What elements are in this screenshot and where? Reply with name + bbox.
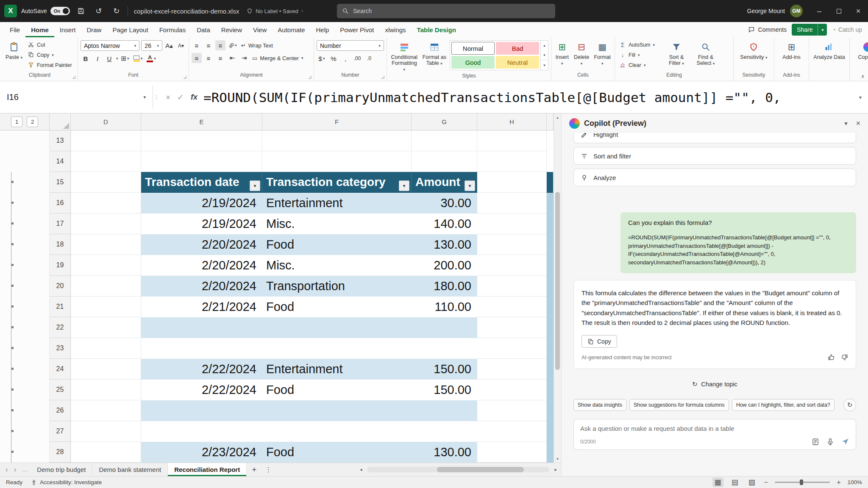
cell[interactable] <box>477 276 547 297</box>
font-size-combo[interactable]: 26▾ <box>141 40 162 51</box>
scroll-up-icon[interactable]: ▴ <box>554 115 561 119</box>
ribbon-tab-file[interactable]: File <box>4 22 25 37</box>
cell[interactable] <box>71 214 141 234</box>
cell[interactable] <box>71 317 141 338</box>
cell[interactable] <box>547 214 554 234</box>
cell[interactable] <box>71 421 141 442</box>
row-header[interactable]: 18 <box>50 234 71 255</box>
table-cell-amount[interactable]: 130.00 <box>412 442 477 463</box>
sort-filter-button[interactable]: Sort & Filter ▾ <box>663 40 690 67</box>
outline-level-2-button[interactable]: 2 <box>27 116 38 127</box>
excel-app-icon[interactable]: X <box>4 5 17 17</box>
cell[interactable] <box>71 359 141 380</box>
table-cell-amount[interactable] <box>412 421 477 442</box>
row-header[interactable]: 19 <box>50 255 71 276</box>
alignment-dialog-launcher-icon[interactable]: ◿ <box>309 75 312 79</box>
table-cell-date[interactable]: 2/22/2024 <box>141 359 262 380</box>
conditional-formatting-button[interactable]: Conditional Formatting ▾ <box>389 40 419 73</box>
scroll-right-icon[interactable]: ▸ <box>551 467 560 472</box>
cell[interactable] <box>71 400 141 421</box>
ribbon-tab-automate[interactable]: Automate <box>272 22 310 37</box>
cell[interactable] <box>547 442 554 463</box>
cell[interactable] <box>547 338 554 359</box>
cell[interactable] <box>477 255 547 276</box>
column-header-h[interactable]: H <box>477 114 547 130</box>
find-select-button[interactable]: Find & Select ▾ <box>692 40 719 67</box>
ribbon-tab-page-layout[interactable]: Page Layout <box>107 22 153 37</box>
cell[interactable] <box>477 338 547 359</box>
sheet-tab-demo-trip-budget[interactable]: Demo trip budget <box>31 463 92 476</box>
borders-button[interactable]: ⊞▾ <box>120 53 131 64</box>
insert-cells-button[interactable]: ⊞ Insert ▾ <box>554 40 570 67</box>
percent-button[interactable]: % <box>328 53 339 64</box>
copilot-input[interactable] <box>580 425 849 432</box>
catch-up-button[interactable]: ◔ Catch up <box>832 26 862 33</box>
align-bottom-button[interactable]: ≡ <box>215 40 225 50</box>
clear-button[interactable]: Clear▾ <box>618 61 661 70</box>
number-format-combo[interactable]: Number▾ <box>317 40 384 51</box>
insert-function-icon[interactable]: fx <box>191 93 198 102</box>
table-cell-category[interactable] <box>262 400 412 421</box>
row-header[interactable]: 16 <box>50 193 71 214</box>
row-header[interactable]: 23 <box>50 338 71 359</box>
copilot-button[interactable]: Copilot ▾ <box>857 40 868 61</box>
v-scrollbar[interactable]: ▴ ▾ <box>554 114 561 463</box>
cell[interactable] <box>547 297 554 317</box>
row-header[interactable]: 27 <box>50 421 71 442</box>
ribbon-tab-view[interactable]: View <box>248 22 272 37</box>
row-header[interactable]: 28 <box>50 442 71 463</box>
sheet-tab-reconciliation-report[interactable]: Reconciliation Report <box>168 463 247 476</box>
increase-indent-button[interactable]: ⇥ <box>239 53 249 63</box>
save-button[interactable] <box>74 4 88 18</box>
zoom-slider-thumb[interactable] <box>800 480 803 485</box>
zoom-in-button[interactable]: + <box>836 479 841 486</box>
formula-input[interactable]: =ROUND(SUM(IF(primaryUnmatchedTransactio… <box>203 81 853 113</box>
bold-button[interactable]: B <box>81 53 91 64</box>
ribbon-tab-review[interactable]: Review <box>216 22 248 37</box>
sheet-menu-icon[interactable]: ⋮ <box>262 466 275 474</box>
ribbon-tab-help[interactable]: Help <box>311 22 335 37</box>
thumbs-up-icon[interactable] <box>828 354 835 361</box>
scroll-left-icon[interactable]: ◂ <box>356 467 366 472</box>
cell[interactable] <box>477 297 547 317</box>
cell[interactable] <box>262 130 412 151</box>
table-cell-date[interactable]: 2/20/2024 <box>141 234 262 255</box>
action-highlight[interactable]: Highlight <box>573 133 856 143</box>
ribbon-tab-formulas[interactable]: Formulas <box>154 22 192 37</box>
table-cell-date[interactable]: 2/19/2024 <box>141 193 262 214</box>
format-painter-button[interactable]: Format Painter <box>26 61 74 70</box>
cell[interactable] <box>547 400 554 421</box>
autosave-control[interactable]: AutoSave On <box>21 7 70 15</box>
row-header[interactable]: 24 <box>50 359 71 380</box>
table-cell-category[interactable]: Misc. <box>262 255 412 276</box>
row-header[interactable]: 20 <box>50 276 71 297</box>
table-cell-category[interactable] <box>262 317 412 338</box>
cell[interactable] <box>71 172 141 193</box>
sensitivity-label-button[interactable]: No Label • Saved ▾ <box>247 8 303 14</box>
table-cell-date[interactable]: 2/20/2024 <box>141 255 262 276</box>
scroll-down-icon[interactable]: ▾ <box>554 457 561 461</box>
table-cell-date[interactable] <box>141 400 262 421</box>
sheet-nav-more[interactable]: … <box>19 466 31 473</box>
align-top-button[interactable]: ≡ <box>192 40 202 50</box>
cell[interactable] <box>547 380 554 400</box>
font-color-button[interactable]: A ▾ <box>145 53 157 64</box>
ribbon-tab-home[interactable]: Home <box>25 22 54 37</box>
cell[interactable] <box>71 380 141 400</box>
table-cell-category[interactable]: Entertainment <box>262 359 412 380</box>
table-cell-amount[interactable]: 30.00 <box>412 193 477 214</box>
row-header[interactable]: 26 <box>50 400 71 421</box>
cell[interactable] <box>477 214 547 234</box>
font-name-combo[interactable]: Aptos Narrow▾ <box>81 40 139 51</box>
cell[interactable] <box>547 317 554 338</box>
row-header[interactable]: 17 <box>50 214 71 234</box>
clipboard-dialog-launcher-icon[interactable]: ◿ <box>72 75 75 79</box>
sheet-nav-prev[interactable]: ‹ <box>3 466 11 474</box>
name-box[interactable]: I16 ▾ <box>0 81 153 113</box>
h-scrollbar-track[interactable] <box>367 467 549 472</box>
table-cell-amount[interactable]: 150.00 <box>412 359 477 380</box>
cut-button[interactable]: Cut <box>26 40 74 50</box>
sensitivity-button[interactable]: Sensitivity ▾ <box>739 40 768 61</box>
table-cell-category[interactable]: Food <box>262 297 412 317</box>
avatar[interactable]: GM <box>790 5 803 17</box>
